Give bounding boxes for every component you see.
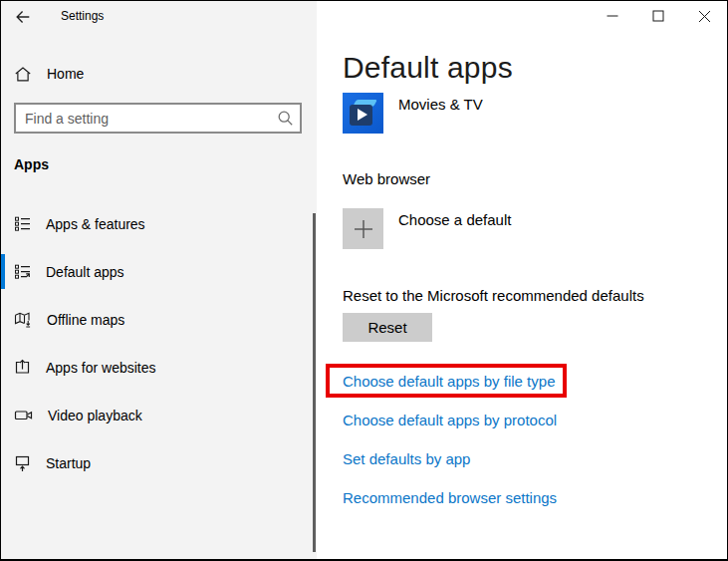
sidebar-item-offline-maps[interactable]: Offline maps [1, 300, 317, 339]
sidebar-item-video-playback[interactable]: Video playback [1, 396, 317, 434]
reset-description: Reset to the Microsoft recommended defau… [343, 287, 644, 304]
choose-default-button[interactable] [343, 208, 383, 249]
sidebar-item-apps-features[interactable]: Apps & features [1, 204, 317, 243]
play-icon [358, 109, 367, 121]
sidebar-item-label: Video playback [48, 408, 142, 423]
home-icon [14, 66, 32, 83]
movies-tv-icon[interactable] [343, 93, 383, 134]
plus-icon [353, 218, 374, 240]
current-default-app: Movies & TV [343, 93, 483, 134]
settings-window: Settings Home Apps [0, 0, 728, 561]
sidebar-item-default-apps[interactable]: Default apps [1, 252, 317, 291]
sidebar-item-label: Apps & features [46, 216, 145, 232]
web-browser-label: Web browser [343, 170, 430, 187]
startup-icon [14, 454, 31, 472]
reset-button[interactable]: Reset [343, 313, 432, 342]
minimize-button[interactable] [590, 1, 635, 31]
choose-default-row: Choose a default [343, 208, 511, 249]
choose-default-label: Choose a default [398, 211, 511, 249]
sidebar-item-apps-for-websites[interactable]: Apps for websites [1, 348, 317, 387]
sidebar-item-label: Startup [46, 455, 91, 471]
sidebar-item-label: Apps for websites [46, 360, 156, 376]
close-button[interactable] [681, 1, 727, 31]
link-set-defaults-by-app[interactable]: Set defaults by app [343, 450, 470, 467]
maximize-icon [652, 10, 664, 22]
sidebar-home-label: Home [47, 66, 84, 82]
apps-for-websites-icon [14, 359, 31, 376]
minimize-icon [607, 10, 618, 22]
sidebar-item-label: Default apps [46, 264, 124, 280]
link-recommended-browser-settings[interactable]: Recommended browser settings [343, 489, 557, 506]
window-controls [590, 1, 727, 31]
sidebar-item-home[interactable]: Home [1, 59, 317, 89]
sidebar: Settings Home Apps [1, 1, 317, 559]
back-arrow-icon [14, 8, 32, 26]
sidebar-item-startup[interactable]: Startup [1, 443, 317, 482]
search-input[interactable] [16, 111, 270, 127]
current-default-app-name: Movies & TV [398, 96, 483, 134]
sidebar-scrollbar[interactable] [313, 213, 316, 552]
link-choose-by-protocol[interactable]: Choose default apps by protocol [343, 412, 557, 428]
offline-maps-icon [14, 311, 32, 328]
selection-indicator [1, 254, 5, 289]
link-choose-by-file-type[interactable]: Choose default apps by file type [343, 373, 555, 390]
maximize-button[interactable] [635, 1, 681, 31]
default-apps-icon [14, 263, 31, 280]
video-playback-icon [14, 407, 33, 423]
apps-features-icon [14, 215, 31, 232]
app-title: Settings [61, 9, 104, 23]
page-title: Default apps [343, 51, 513, 85]
search-box [14, 103, 302, 134]
close-icon [698, 10, 711, 23]
search-icon[interactable] [270, 110, 300, 127]
back-button[interactable] [7, 4, 39, 30]
main-content: Default apps Movies & TV Web browser Cho… [317, 1, 727, 559]
sidebar-item-label: Offline maps [47, 312, 124, 328]
sidebar-section-label: Apps [14, 156, 49, 172]
